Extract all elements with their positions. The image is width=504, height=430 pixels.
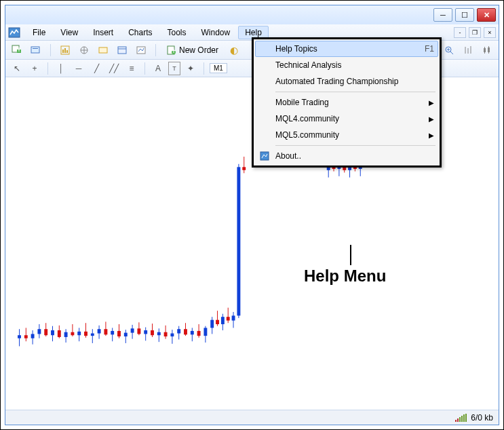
profiles-icon[interactable]	[28, 43, 43, 58]
menu-help-topics[interactable]: Help Topics F1	[255, 41, 438, 57]
menu-item-label: Automated Trading Championship	[275, 77, 398, 86]
svg-rect-60	[111, 331, 114, 334]
svg-rect-40	[44, 329, 47, 335]
svg-rect-66	[131, 328, 134, 332]
svg-rect-46	[64, 332, 68, 337]
menu-file[interactable]: File	[26, 26, 52, 39]
toolbar-separator	[203, 62, 204, 75]
help-dropdown-menu: Help Topics F1 Technical Analysis Automa…	[252, 37, 442, 168]
mdi-close-button[interactable]: ×	[484, 27, 496, 38]
zoom-in-icon[interactable]	[442, 43, 457, 58]
text-icon[interactable]: A	[151, 62, 166, 75]
data-window-icon[interactable]	[96, 43, 111, 58]
menu-item-label: About..	[275, 151, 301, 161]
menu-technical-analysis[interactable]: Technical Analysis	[255, 57, 438, 73]
minimize-button[interactable]: ─	[433, 8, 452, 22]
menu-item-shortcut: F1	[425, 44, 434, 54]
new-chart-icon[interactable]: +	[9, 43, 24, 58]
svg-rect-14	[118, 47, 126, 54]
svg-rect-38	[37, 329, 41, 334]
new-order-button[interactable]: + New Order	[163, 44, 222, 56]
svg-rect-98	[232, 315, 235, 320]
svg-rect-34	[24, 335, 28, 338]
menu-item-label: MQL4.community	[275, 114, 339, 123]
svg-line-21	[450, 52, 453, 54]
trendline-icon[interactable]: ╱	[89, 62, 104, 75]
menu-mql5-community[interactable]: MQL5.community ▶	[255, 127, 438, 143]
svg-text:+: +	[16, 45, 21, 54]
svg-rect-72	[151, 330, 154, 335]
channel-icon[interactable]: ╱╱	[106, 62, 121, 75]
menu-window[interactable]: Window	[195, 26, 237, 39]
menu-insert[interactable]: Insert	[86, 26, 120, 39]
terminal-icon[interactable]	[115, 43, 130, 58]
menu-tools[interactable]: Tools	[161, 26, 193, 39]
svg-rect-96	[227, 317, 230, 320]
navigator-icon[interactable]	[77, 43, 92, 58]
svg-rect-68	[137, 328, 140, 334]
text-label-icon[interactable]: T	[168, 62, 180, 75]
submenu-arrow-icon: ▶	[429, 115, 434, 123]
menu-charts[interactable]: Charts	[121, 26, 159, 39]
candle-chart-icon[interactable]	[480, 43, 495, 58]
market-watch-icon[interactable]	[58, 43, 73, 58]
svg-rect-58	[104, 329, 107, 334]
statusbar: 6/0 kb	[5, 410, 499, 425]
bar-chart-icon[interactable]	[461, 43, 476, 58]
toolbar-separator	[47, 62, 48, 75]
svg-rect-78	[170, 334, 174, 337]
close-button[interactable]: ✕	[477, 8, 496, 22]
toolbar-separator	[50, 44, 51, 56]
maximize-button[interactable]: ☐	[455, 8, 474, 22]
expert-advisors-icon[interactable]: ◐	[227, 43, 241, 58]
menu-mql4-community[interactable]: MQL4.community ▶	[255, 111, 438, 127]
menu-item-label: MQL5.community	[275, 130, 339, 140]
crosshair-icon[interactable]: +	[27, 62, 42, 75]
svg-rect-32	[18, 335, 21, 338]
menu-mobile-trading[interactable]: Mobile Trading ▶	[255, 94, 438, 111]
timeframe-m1-button[interactable]: M1	[210, 63, 227, 73]
mdi-restore-button[interactable]: ❐	[469, 27, 481, 38]
strategy-tester-icon[interactable]	[134, 43, 149, 58]
svg-rect-84	[191, 331, 194, 334]
menu-item-label: Technical Analysis	[275, 60, 341, 70]
submenu-arrow-icon: ▶	[429, 99, 434, 106]
svg-rect-52	[84, 332, 88, 336]
svg-rect-42	[51, 330, 54, 335]
svg-rect-5	[33, 48, 38, 49]
menu-view[interactable]: View	[54, 26, 85, 39]
fibonacci-icon[interactable]: ≡	[124, 62, 139, 75]
horizontal-line-icon[interactable]: ─	[71, 62, 86, 75]
menu-separator	[275, 92, 435, 92]
svg-rect-117	[260, 152, 269, 160]
svg-rect-86	[197, 331, 201, 336]
titlebar: ─ ☐ ✕	[5, 5, 499, 24]
new-order-label: New Order	[179, 45, 218, 55]
annotation-line	[350, 245, 351, 265]
toolbar-separator	[155, 44, 156, 56]
menu-about[interactable]: About..	[255, 148, 438, 164]
svg-rect-90	[210, 320, 214, 328]
cursor-icon[interactable]: ↖	[9, 62, 24, 75]
svg-rect-82	[184, 329, 187, 334]
svg-rect-9	[66, 50, 68, 53]
svg-rect-70	[144, 330, 147, 334]
svg-rect-74	[157, 332, 161, 336]
menu-automated-trading-championship[interactable]: Automated Trading Championship	[255, 73, 438, 90]
menu-item-label: Help Topics	[275, 44, 317, 54]
vertical-line-icon[interactable]: │	[54, 62, 69, 75]
svg-rect-8	[64, 48, 66, 53]
svg-rect-13	[99, 47, 107, 53]
annotation-label: Help Menu	[304, 267, 386, 286]
svg-rect-48	[71, 332, 74, 336]
submenu-arrow-icon: ▶	[429, 132, 434, 139]
connection-status-text: 6/0 kb	[471, 413, 493, 423]
arrows-icon[interactable]: ✦	[183, 62, 198, 75]
svg-rect-50	[77, 332, 81, 335]
svg-rect-76	[164, 332, 168, 336]
svg-rect-88	[203, 328, 207, 336]
mdi-minimize-button[interactable]: -	[454, 27, 466, 38]
svg-rect-16	[137, 47, 145, 54]
svg-rect-102	[242, 167, 246, 170]
app-logo-icon	[8, 27, 20, 38]
